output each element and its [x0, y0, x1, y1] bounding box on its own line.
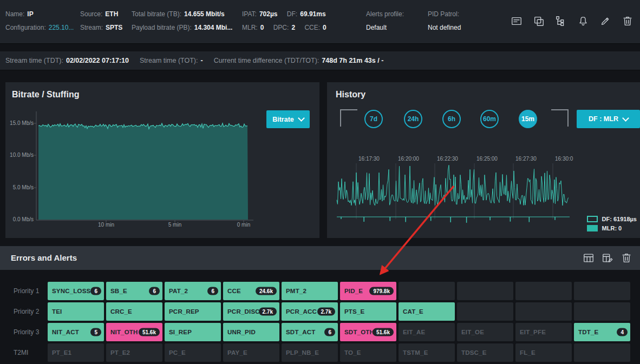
name-value: IP [27, 10, 33, 18]
bell-icon[interactable] [577, 15, 589, 27]
error-count-badge: 51.6k [373, 328, 394, 336]
pid-patrol-value: Not defined [428, 24, 461, 31]
error-count-badge: 5 [90, 328, 101, 336]
error-cell-fl-e[interactable]: FL_E [515, 343, 572, 362]
table-settings-icon[interactable] [602, 252, 613, 264]
error-cell-empty [515, 282, 572, 300]
history-panel: History 7d 24h 6h 60m 15m DF : MLR 16:17… [327, 82, 640, 238]
pid-patrol-label: PID Patrol: [428, 10, 459, 18]
error-count-badge: 2.7k [317, 308, 335, 316]
header-group-alerts-profile: Alerts profile: Default [366, 8, 404, 35]
mlr-label: MLR: [242, 24, 258, 31]
error-cell-label: NIT_OTH [110, 329, 138, 335]
header-group-bitrate: Total bitrate (TB):14.655 Mbit/s Payload… [132, 8, 232, 35]
error-cell-eit-ae[interactable]: EIT_AE [399, 323, 455, 341]
configuration-label: Configuration: [5, 24, 46, 31]
error-cell-label: PAY_E [227, 349, 247, 356]
error-cell-label: NIT_ACT [52, 329, 79, 335]
error-cell-label: SI_REP [169, 329, 192, 335]
error-cell-tei[interactable]: TEI [48, 302, 104, 321]
error-cell-pmt-2[interactable]: PMT_2 [282, 282, 338, 300]
error-cell-cat-e[interactable]: CAT_E [399, 302, 455, 321]
app-root: Name:IP Configuration:225.10... Source:E… [0, 0, 640, 364]
error-cell-pt-e2[interactable]: PT_E2 [106, 343, 162, 362]
error-cell-label: PMT_2 [286, 288, 306, 294]
time-tick-5: 16:30:0 [555, 156, 573, 162]
error-cell-to-e[interactable]: TO_E [340, 343, 396, 362]
report-icon[interactable] [511, 15, 523, 27]
mosaic-icon[interactable] [533, 15, 545, 27]
history-metric-dropdown[interactable]: DF : MLR [577, 110, 640, 128]
header-group-source: Source:ETH Stream:SPTS [80, 8, 122, 35]
error-cell-label: SDT_OTH [344, 329, 374, 335]
error-cell-label: PID_E [344, 288, 363, 294]
error-cell-empty [574, 302, 630, 321]
error-cell-crc-e[interactable]: CRC_E [106, 302, 162, 321]
error-cell-label: PLP_NB_E [286, 349, 319, 356]
error-cell-sdt-act[interactable]: SDT_ACT6 [282, 323, 338, 341]
error-row-label: Priority 1 [0, 282, 45, 300]
error-count-badge: 24.6k [256, 287, 277, 295]
error-cell-si-rep[interactable]: SI_REP [165, 323, 221, 341]
error-cell-pat-2[interactable]: PAT_26 [165, 282, 221, 300]
chevron-down-icon [298, 115, 305, 122]
source-label: Source: [80, 10, 102, 18]
error-cell-pcr-acc[interactable]: PCR_ACC2.7k [282, 302, 338, 321]
configuration-row: Configuration:225.10... [5, 21, 74, 35]
error-cell-cce[interactable]: CCE24.6k [223, 282, 279, 300]
error-cell-eit-pfe[interactable]: EIT_PFE [515, 323, 572, 341]
configuration-link[interactable]: 225.10... [49, 24, 74, 31]
ipat-value: 702µs [259, 10, 278, 18]
error-cell-label: EIT_AE [403, 329, 425, 335]
name-row: Name:IP [5, 8, 74, 21]
error-cell-label: CAT_E [403, 308, 423, 315]
error-cell-nit-oth[interactable]: NIT_OTH51.6k [106, 323, 162, 341]
bitrate-chart[interactable] [5, 82, 319, 238]
df-legend-label: DF: 61918µs [602, 216, 637, 222]
error-cell-sync-loss[interactable]: SYNC_LOSS6 [48, 282, 104, 300]
y-tick-5: 5.0 Mb/s [5, 184, 34, 190]
bitrate-dropdown-label: Bitrate [272, 116, 294, 123]
error-cell-label: TEI [52, 308, 62, 315]
errors-grid: Priority 1SYNC_LOSS6SB_E6PAT_26CCE24.6kP… [0, 282, 640, 364]
error-cell-pcr-disc[interactable]: PCR_DISC2.7k [223, 302, 279, 321]
error-cell-unr-pid[interactable]: UNR_PID [223, 323, 279, 341]
dpc-label: DPC: [273, 24, 289, 31]
error-cell-sdt-oth[interactable]: SDT_OTH51.6k [340, 323, 396, 341]
error-cell-tdt-e[interactable]: TDT_E4 [574, 323, 630, 341]
error-cell-empty [574, 343, 630, 362]
error-cell-label: UNR_PID [227, 329, 256, 335]
delete-icon[interactable] [622, 15, 634, 27]
error-cell-pcr-rep[interactable]: PCR_REP [165, 302, 221, 321]
mlr-legend-label: MLR: 0 [602, 225, 622, 231]
error-cell-tstm-e[interactable]: TSTM_E [399, 343, 455, 362]
error-cell-empty [574, 282, 630, 300]
error-cell-pts-e[interactable]: PTS_E [340, 302, 396, 321]
error-cell-pc-e[interactable]: PC_E [165, 343, 221, 362]
tree-icon[interactable] [555, 15, 567, 27]
error-row-priority-2: Priority 2TEICRC_EPCR_REPPCR_DISC2.7kPCR… [0, 302, 640, 321]
error-cell-label: PAT_2 [169, 288, 188, 294]
error-cell-eit-oe[interactable]: EIT_OE [457, 323, 513, 341]
header-group-name: Name:IP Configuration:225.10... [5, 8, 74, 35]
error-row-t2mi: T2MIPT_E1PT_E2PC_EPAY_EPLP_NB_ETO_ETSTM_… [0, 343, 640, 362]
table-view-icon[interactable] [583, 252, 595, 264]
x-tick-5min: 5 min [168, 222, 181, 228]
time-difference: Current time difference (TDT/TOT):748d 7… [214, 57, 384, 64]
bitrate-mode-dropdown[interactable]: Bitrate [266, 110, 310, 128]
errors-title: Errors and Alerts [11, 246, 77, 270]
error-cell-nit-act[interactable]: NIT_ACT5 [48, 323, 104, 341]
tdt-value: 02/02/2022 07:17:10 [66, 57, 129, 64]
error-cell-label: TO_E [344, 349, 361, 356]
y-tick-15: 15.0 Mb/s [5, 120, 34, 126]
clear-errors-icon[interactable] [621, 252, 632, 264]
error-cell-pt-e1[interactable]: PT_E1 [48, 343, 104, 362]
error-cell-pay-e[interactable]: PAY_E [223, 343, 279, 362]
error-cell-sb-e[interactable]: SB_E6 [106, 282, 162, 300]
x-tick-10min: 10 min [98, 222, 114, 228]
payload-bitrate-value: 14.304 Mbi... [194, 24, 233, 31]
error-cell-tdsc-e[interactable]: TDSC_E [457, 343, 513, 362]
error-cell-plp-nb-e[interactable]: PLP_NB_E [282, 343, 338, 362]
edit-icon[interactable] [599, 15, 611, 27]
error-cell-pid-e[interactable]: PID_E979.8k [340, 282, 396, 300]
